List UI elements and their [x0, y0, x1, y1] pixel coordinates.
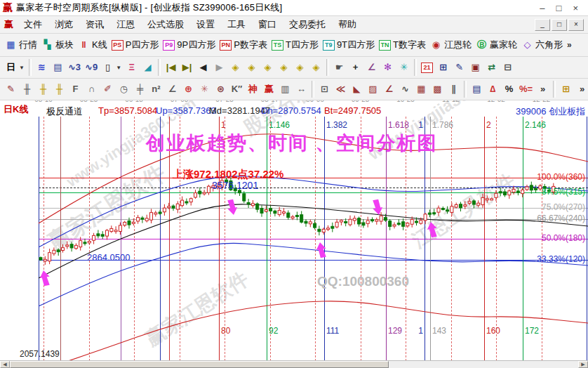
zoom-shrink-right-button[interactable]: ◈: [243, 61, 260, 74]
ray-lines-button[interactable]: ∠: [381, 83, 397, 96]
print-button[interactable]: ⊟: [500, 61, 516, 74]
9t-square-button[interactable]: T99T四方形: [321, 38, 377, 52]
calculator-button[interactable]: ⊞: [435, 61, 451, 74]
child-minimize-button[interactable]: _: [535, 19, 550, 31]
nav-prev-button[interactable]: ◀: [195, 61, 211, 74]
toolbar-main-overflow-button[interactable]: »: [565, 39, 574, 51]
scroll-left-button[interactable]: ◀: [0, 361, 10, 368]
crosshair-button[interactable]: +: [347, 61, 363, 74]
zoom-shrink-left-button[interactable]: ◈: [227, 61, 243, 74]
gold-ladder-1-button[interactable]: ╫: [35, 83, 51, 96]
child-restore-button[interactable]: □: [552, 19, 567, 31]
menu-item-交易委托[interactable]: 交易委托: [283, 18, 332, 31]
menu-item-江恩[interactable]: 江恩: [110, 18, 141, 31]
pen-tool-button[interactable]: ✎: [3, 83, 19, 96]
menu-item-设置[interactable]: 设置: [190, 18, 221, 31]
shaded-box-button[interactable]: ▨: [365, 83, 381, 96]
menu-item-文件[interactable]: 文件: [18, 18, 48, 31]
overflow-a-button[interactable]: »: [535, 83, 551, 96]
p-number-table-button[interactable]: PNP数字表: [218, 38, 269, 52]
fan-lines-button[interactable]: ≪: [333, 83, 349, 96]
grid-highlight-button[interactable]: ⊞: [558, 83, 574, 96]
zoom-expand-width-button[interactable]: ◈: [260, 61, 276, 74]
minimize-button[interactable]: –: [540, 3, 544, 13]
k-mark-button[interactable]: K″: [229, 83, 245, 96]
scroll-thumb[interactable]: [10, 361, 389, 368]
sector-blocks-button[interactable]: ▚板块: [39, 38, 76, 52]
toolbar-separator: [464, 81, 467, 98]
win-tool-button[interactable]: 赢: [261, 83, 277, 96]
grid-light-button[interactable]: ▦: [413, 83, 429, 96]
target-rings-button[interactable]: ⊕: [180, 83, 196, 96]
wave-9-button[interactable]: ∿9: [83, 61, 100, 74]
candle-style-dropdown-caret-icon[interactable]: ▼: [116, 65, 121, 71]
horizontal-scrollbar[interactable]: ◀ ▶: [0, 360, 588, 368]
width-measure-button[interactable]: ↔: [293, 83, 309, 96]
fan-box-button[interactable]: ◣: [349, 83, 365, 96]
color-scheme-button[interactable]: ◢: [140, 61, 156, 74]
candle-style-button[interactable]: ▯▼: [100, 61, 123, 74]
wave-3-button[interactable]: ∿3: [66, 61, 83, 74]
f-ladder-button[interactable]: F: [67, 83, 83, 96]
close-button[interactable]: ×: [573, 3, 578, 13]
arc-tool-button[interactable]: ∩: [83, 83, 100, 96]
period-day-button[interactable]: 日▼: [3, 61, 27, 74]
menu-item-公式选股[interactable]: 公式选股: [141, 18, 190, 31]
t-number-table-button[interactable]: TNT数字表: [377, 38, 428, 52]
zoom-shrink-width-button[interactable]: ◈: [276, 61, 292, 74]
percent-lines-button[interactable]: %=: [517, 83, 535, 96]
t-square-button[interactable]: TST四方形: [269, 38, 321, 52]
zigzag-overlay-button[interactable]: ≋: [34, 61, 50, 74]
quotes-table-button[interactable]: ▦行情: [3, 38, 39, 52]
overflow-b-button[interactable]: »: [574, 83, 588, 96]
grid-dark-button[interactable]: ▩: [429, 83, 446, 96]
parallel-lines-button[interactable]: ∥: [446, 83, 462, 96]
gann-wheel-button[interactable]: ◉江恩轮: [428, 38, 474, 52]
menu-item-窗口[interactable]: 窗口: [252, 18, 283, 31]
menu-item-帮助[interactable]: 帮助: [332, 18, 363, 31]
spider-web-button[interactable]: ⊛: [213, 83, 229, 96]
scroll-right-button[interactable]: ▶: [578, 361, 588, 368]
rocket-tool-button[interactable]: ✐: [100, 83, 116, 96]
kline-chart-button[interactable]: ‖K线: [76, 38, 109, 52]
percent-zone-button[interactable]: ∆: [485, 83, 501, 96]
star-web-button[interactable]: ✳: [196, 83, 213, 96]
n-square-button[interactable]: n²: [148, 83, 164, 96]
hexagon-tool-button[interactable]: ◇六角形: [519, 38, 565, 52]
zoom-expand-all-button[interactable]: ◈: [308, 61, 324, 74]
winner-wheel-button[interactable]: Ⓑ赢家轮: [474, 38, 519, 52]
menu-item-工具[interactable]: 工具: [221, 18, 252, 31]
wave-lines-button[interactable]: ∿: [397, 83, 413, 96]
export-data-button[interactable]: ⇄: [483, 61, 500, 74]
p-square-button[interactable]: PSP四方形: [109, 38, 161, 52]
box-range-button[interactable]: ⊡: [316, 83, 333, 96]
shen-tool-button[interactable]: 神: [245, 83, 261, 96]
time-ladder-button[interactable]: ╪: [132, 83, 148, 96]
nav-last-button[interactable]: ▶|: [179, 61, 195, 74]
gold-ladder-2-button[interactable]: ╫: [51, 83, 67, 96]
nav-next-button[interactable]: ▶: [211, 61, 227, 74]
chip-distribution-button[interactable]: Ξ: [123, 61, 140, 74]
cycle-clock-button[interactable]: ◷: [116, 83, 132, 96]
maximize-button[interactable]: □: [556, 3, 562, 13]
ruler-123-button[interactable]: ▥: [277, 83, 293, 96]
menu-item-资讯[interactable]: 资讯: [79, 18, 110, 31]
price-histogram-button[interactable]: ▤: [469, 83, 485, 96]
save-button[interactable]: ▣: [467, 61, 483, 74]
calendar-button[interactable]: 21: [419, 62, 435, 74]
ladder-line-button[interactable]: ╫: [19, 83, 35, 96]
percent-button[interactable]: %: [501, 83, 517, 96]
notes-button[interactable]: ✎: [451, 61, 467, 74]
hand-drag-button[interactable]: ☛: [331, 61, 347, 74]
angle-gauge-button[interactable]: ∠: [164, 83, 180, 96]
angle-measure-button[interactable]: ∠: [363, 61, 380, 74]
info-panel-button[interactable]: ▤: [50, 61, 66, 74]
nav-first-button[interactable]: |◀: [163, 61, 179, 74]
gann-fan-flower-button[interactable]: ✳: [396, 61, 412, 74]
child-close-button[interactable]: ×: [568, 19, 584, 31]
zoom-expand-height-button[interactable]: ◈: [292, 61, 308, 74]
menu-item-浏览[interactable]: 浏览: [48, 18, 79, 31]
period-day-dropdown-caret-icon[interactable]: ▼: [19, 65, 25, 71]
9p-square-button[interactable]: P99P四方形: [161, 38, 218, 52]
gann-flower-button[interactable]: ✻: [380, 61, 396, 74]
